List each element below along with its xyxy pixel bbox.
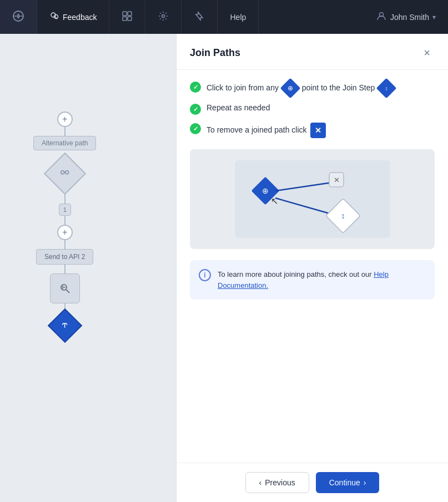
feedback-icon: [49, 11, 59, 23]
svg-rect-20: [235, 160, 390, 238]
check-3-text-before: To remove a joined path click: [207, 125, 309, 134]
svg-rect-6: [128, 12, 132, 16]
flow-nav-icon: [12, 10, 24, 24]
close-panel-button[interactable]: ×: [419, 45, 435, 60]
prev-chevron-icon: ‹: [259, 478, 262, 487]
nav-settings[interactable]: [145, 0, 182, 34]
check-icon-1: [190, 82, 201, 93]
gear-icon: [158, 11, 169, 23]
continue-chevron-icon: ›: [364, 478, 366, 487]
join-from-icon: ⊕: [280, 78, 300, 99]
add-step-button-top[interactable]: +: [57, 111, 73, 127]
check-icon-3: [190, 123, 201, 134]
join-step-node[interactable]: [48, 308, 82, 343]
svg-rect-7: [128, 17, 132, 21]
nav-plugin[interactable]: [182, 0, 218, 34]
flow-canvas[interactable]: + Alternative path: [0, 34, 176, 502]
info-icon: i: [199, 269, 211, 281]
user-menu[interactable]: John Smith ▾: [364, 11, 448, 23]
check-1-text-before: Click to join from any: [207, 83, 281, 92]
user-avatar-icon: [376, 11, 387, 23]
svg-rect-8: [123, 17, 127, 21]
join-paths-diagram: ⊕ ↖ ✕ ↕: [235, 160, 390, 238]
branch-diamond: [44, 153, 86, 195]
svg-point-12: [66, 171, 69, 174]
join-paths-panel: Join Paths × Click to join from any ⊕ po…: [176, 34, 448, 502]
add-step-button-branch[interactable]: +: [57, 225, 73, 240]
check-item-1: Click to join from any ⊕ point to the Jo…: [190, 81, 435, 95]
svg-point-11: [61, 171, 64, 174]
plugin-icon: [194, 11, 205, 23]
chevron-down-icon: ▾: [432, 13, 436, 21]
prev-label: Previous: [265, 478, 295, 487]
top-navigation: Feedback Help: [0, 0, 448, 34]
panel-header: Join Paths ×: [177, 34, 448, 70]
check-icon-2: [190, 104, 201, 115]
alt-path-label: Alternative path: [33, 136, 96, 150]
previous-button[interactable]: ‹ Previous: [245, 472, 309, 493]
svg-line-15: [66, 290, 69, 293]
nav-grid[interactable]: [109, 0, 145, 34]
help-label: Help: [230, 13, 246, 22]
remove-path-icon: ✕: [310, 123, 326, 138]
svg-text:↕: ↕: [341, 211, 345, 220]
panel-content: Click to join from any ⊕ point to the Jo…: [177, 70, 448, 463]
svg-text:⊕: ⊕: [262, 186, 269, 195]
panel-footer: ‹ Previous Continue ›: [177, 463, 448, 502]
svg-rect-5: [123, 12, 127, 16]
diagram-illustration: ⊕ ↖ ✕ ↕: [190, 149, 435, 249]
info-box: i To learn more about joining paths, che…: [190, 260, 435, 300]
search-node[interactable]: [50, 273, 80, 303]
feedback-label: Feedback: [63, 13, 97, 22]
join-step-icon: ↕: [376, 78, 397, 99]
grid-icon: [122, 11, 133, 23]
nav-feedback[interactable]: Feedback: [37, 0, 109, 34]
api-node[interactable]: Send to API 2: [36, 249, 93, 265]
check-1-text-after: point to the Join Step: [302, 83, 377, 92]
svg-text:↖: ↖: [271, 196, 278, 206]
branch-number: 1: [59, 204, 71, 216]
check-item-2: Repeat as needed: [190, 103, 435, 115]
continue-button[interactable]: Continue ›: [316, 472, 380, 493]
nav-help[interactable]: Help: [218, 0, 259, 34]
main-layout: + Alternative path: [0, 34, 448, 502]
info-text: To learn more about joining paths, check…: [218, 270, 374, 278]
svg-point-9: [162, 15, 165, 18]
user-name: John Smith: [390, 13, 429, 22]
svg-text:✕: ✕: [333, 176, 339, 184]
check-2-text: Repeat as needed: [207, 103, 270, 112]
flow-diagram: + Alternative path: [33, 111, 96, 339]
check-item-3: To remove a joined path click ✕: [190, 123, 435, 138]
continue-label: Continue: [329, 478, 360, 487]
panel-title: Join Paths: [190, 47, 240, 59]
nav-flow-icon[interactable]: [0, 0, 37, 34]
